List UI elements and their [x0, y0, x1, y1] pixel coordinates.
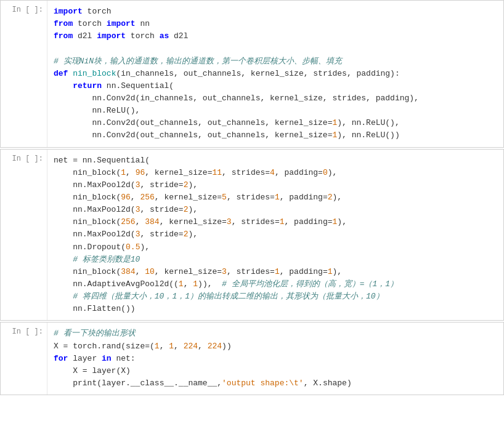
- code-line: from torch import nn: [54, 18, 497, 30]
- code-line: nin_block(256, 384, kernel_size=3, strid…: [54, 216, 497, 228]
- cell-gutter: In [ ]:: [1, 150, 47, 321]
- code-line: # 看一下块的输出形状: [54, 327, 497, 340]
- cell-content[interactable]: # 看一下块的输出形状X = torch.rand(size=(1, 1, 22…: [47, 323, 503, 395]
- code-line: nin_block(384, 10, kernel_size=3, stride…: [54, 266, 497, 278]
- code-line: [54, 42, 497, 55]
- code-line: nn.ReLU(),: [54, 105, 497, 117]
- code-line: nn.MaxPool2d(3, stride=2),: [54, 228, 497, 241]
- code-line: nn.AdaptiveAvgPool2d((1, 1)), # 全局平均池化层，…: [54, 278, 497, 291]
- code-line: def nin_block(in_channels, out_channels,…: [54, 68, 497, 80]
- code-line: import torch: [54, 6, 497, 18]
- code-line: return nn.Sequential(: [54, 80, 497, 92]
- cell-content[interactable]: net = nn.Sequential( nin_block(1, 96, ke…: [47, 150, 503, 321]
- cell-1[interactable]: In [ ]:import torchfrom torch import nnf…: [0, 0, 504, 148]
- code-line: # 实现NiN块，输入的通道数，输出的通道数，第一个卷积层核大小、步幅、填充: [54, 55, 497, 68]
- cell-content[interactable]: import torchfrom torch import nnfrom d2l…: [47, 1, 503, 147]
- code-line: print(layer.__class__.__name__,'output s…: [54, 377, 497, 390]
- cell-gutter: In [ ]:: [1, 323, 47, 395]
- cell-2[interactable]: In [ ]:net = nn.Sequential( nin_block(1,…: [0, 149, 504, 321]
- code-line: nn.MaxPool2d(3, stride=2),: [54, 204, 497, 216]
- code-line: for layer in net:: [54, 353, 497, 365]
- code-line: # 标签类别数是10: [54, 254, 497, 266]
- code-line: nn.MaxPool2d(3, stride=2),: [54, 179, 497, 191]
- cell-gutter: In [ ]:: [1, 1, 47, 147]
- code-line: nin_block(1, 96, kernel_size=11, strides…: [54, 167, 497, 179]
- code-line: nn.Flatten()): [54, 303, 497, 315]
- cell-3[interactable]: In [ ]:# 看一下块的输出形状X = torch.rand(size=(1…: [0, 322, 504, 395]
- code-line: nn.Dropout(0.5),: [54, 241, 497, 254]
- notebook: In [ ]:import torchfrom torch import nnf…: [0, 0, 504, 429]
- code-line: from d2l import torch as d2l: [54, 30, 497, 42]
- code-line: nn.Conv2d(out_channels, out_channels, ke…: [54, 129, 497, 142]
- code-line: nn.Conv2d(in_channels, out_channels, ker…: [54, 92, 497, 105]
- code-line: net = nn.Sequential(: [54, 154, 497, 167]
- code-line: nn.Conv2d(out_channels, out_channels, ke…: [54, 117, 497, 129]
- code-line: X = layer(X): [54, 365, 497, 377]
- code-line: nin_block(96, 256, kernel_size=5, stride…: [54, 191, 497, 204]
- code-line: X = torch.rand(size=(1, 1, 224, 224)): [54, 340, 497, 353]
- code-line: # 将四维（批量大小，10，1，1）的输出转成二维的输出，其形状为（批量大小，1…: [54, 291, 497, 303]
